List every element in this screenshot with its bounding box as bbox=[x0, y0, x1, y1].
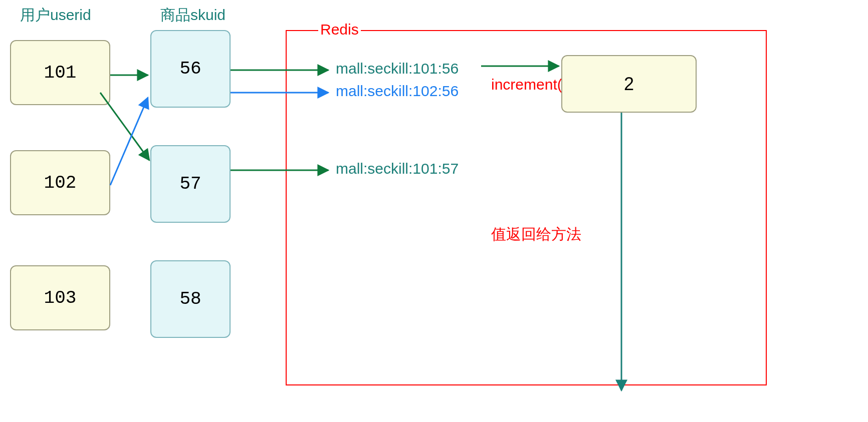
user-103-value: 103 bbox=[44, 288, 77, 308]
redis-key-3: mall:seckill:101:57 bbox=[336, 160, 459, 177]
increment-label: increment() bbox=[491, 76, 567, 93]
user-header-label: 用户userid bbox=[20, 5, 91, 26]
user-box-102: 102 bbox=[10, 150, 110, 215]
redis-key-2: mall:seckill:102:56 bbox=[336, 83, 459, 100]
redis-value: 2 bbox=[624, 74, 634, 95]
sku-header-label: 商品skuid bbox=[160, 5, 226, 26]
sku-57-value: 57 bbox=[179, 174, 201, 194]
redis-title: Redis bbox=[318, 21, 361, 38]
sku-box-56: 56 bbox=[150, 30, 231, 108]
redis-value-box: 2 bbox=[561, 55, 697, 113]
user-101-value: 101 bbox=[44, 63, 77, 83]
sku-box-58: 58 bbox=[150, 260, 231, 338]
user-box-101: 101 bbox=[10, 40, 110, 105]
user-box-103: 103 bbox=[10, 265, 110, 330]
sku-56-value: 56 bbox=[179, 59, 201, 79]
sku-58-value: 58 bbox=[179, 289, 201, 309]
sku-box-57: 57 bbox=[150, 145, 231, 223]
return-label: 值返回给方法 bbox=[491, 224, 581, 245]
svg-line-2 bbox=[110, 98, 148, 185]
redis-key-1: mall:seckill:101:56 bbox=[336, 60, 459, 77]
user-102-value: 102 bbox=[44, 173, 77, 193]
